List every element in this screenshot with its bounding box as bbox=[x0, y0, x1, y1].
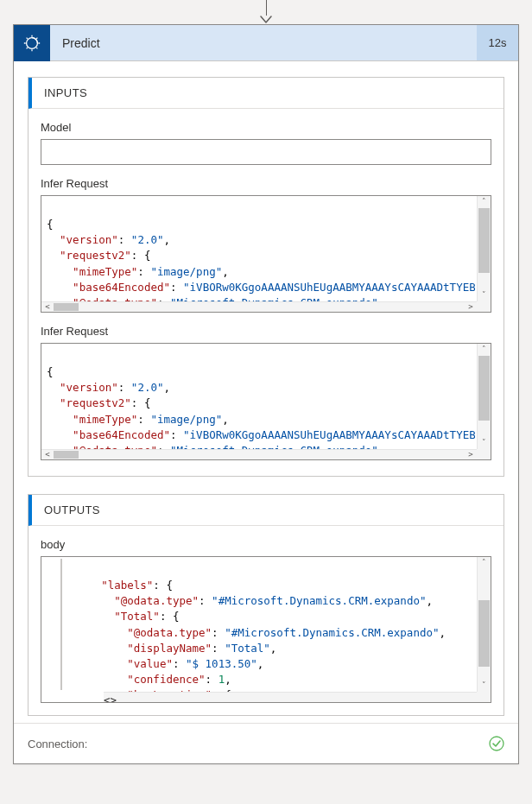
infer-request-code-1[interactable]: { "version": "2.0", "requestv2": { "mime… bbox=[41, 195, 491, 313]
infer-request-label-1: Infer Request bbox=[41, 177, 491, 190]
vertical-scrollbar[interactable]: ˄ ˅ bbox=[477, 344, 491, 449]
infer-request-label-2: Infer Request bbox=[41, 325, 491, 338]
flow-arrow-down bbox=[260, 0, 272, 24]
scroll-up-icon[interactable]: ˄ bbox=[478, 344, 491, 356]
model-field: Model bbox=[41, 121, 491, 165]
scroll-left-icon[interactable]: < bbox=[104, 693, 111, 702]
vertical-scrollbar[interactable]: ˄ ˅ bbox=[477, 196, 491, 301]
scroll-right-icon[interactable]: > bbox=[465, 302, 477, 312]
vertical-scrollbar[interactable]: ˄ ˅ bbox=[477, 557, 491, 692]
code-text: "labels" bbox=[62, 579, 153, 592]
code-text: { bbox=[47, 365, 54, 378]
outputs-section: OUTPUTS body "labels": { "@odata.type": … bbox=[28, 494, 504, 716]
model-label: Model bbox=[41, 121, 491, 134]
body-label: body bbox=[41, 538, 491, 551]
code-text: { bbox=[47, 218, 54, 231]
success-check-icon bbox=[489, 736, 504, 751]
scroll-left-icon[interactable]: < bbox=[41, 450, 54, 459]
card-body: INPUTS Model Infer Request { "version": … bbox=[14, 61, 518, 723]
arrow-line bbox=[266, 0, 267, 16]
inputs-header: INPUTS bbox=[28, 78, 504, 109]
scroll-right-icon[interactable]: > bbox=[465, 450, 477, 459]
predict-icon bbox=[14, 25, 50, 61]
scroll-down-icon[interactable]: ˅ bbox=[478, 289, 491, 301]
infer-request-field-1: Infer Request { "version": "2.0", "reque… bbox=[41, 177, 491, 313]
scroll-up-icon[interactable]: ˄ bbox=[478, 557, 491, 569]
scroll-up-icon[interactable]: ˄ bbox=[478, 196, 491, 208]
scroll-down-icon[interactable]: ˅ bbox=[478, 437, 491, 449]
scroll-right-icon[interactable]: > bbox=[111, 693, 117, 702]
svg-point-1 bbox=[490, 737, 504, 750]
model-input[interactable] bbox=[41, 139, 491, 165]
connection-label: Connection: bbox=[28, 738, 87, 750]
horizontal-scrollbar[interactable]: < > bbox=[104, 692, 477, 702]
infer-request-code-2[interactable]: { "version": "2.0", "requestv2": { "mime… bbox=[41, 343, 491, 460]
inputs-section: INPUTS Model Infer Request { "version": … bbox=[28, 77, 504, 477]
card-title: Predict bbox=[50, 25, 477, 60]
scroll-down-icon[interactable]: ˅ bbox=[478, 680, 491, 692]
card-header[interactable]: Predict 12s bbox=[14, 25, 518, 61]
horizontal-scrollbar[interactable]: < > bbox=[41, 301, 477, 312]
outputs-body: body "labels": { "@odata.type": "#Micros… bbox=[28, 526, 504, 715]
card-footer: Connection: bbox=[14, 723, 518, 763]
inputs-body: Model Infer Request { "version": "2.0", … bbox=[28, 109, 504, 476]
scroll-left-icon[interactable]: < bbox=[41, 302, 54, 312]
body-code[interactable]: "labels": { "@odata.type": "#Microsoft.D… bbox=[41, 556, 491, 703]
card-duration: 12s bbox=[477, 25, 518, 60]
predict-action-card[interactable]: Predict 12s INPUTS Model Infer Request {… bbox=[13, 24, 519, 764]
outputs-header: OUTPUTS bbox=[28, 495, 504, 526]
infer-request-field-2: Infer Request { "version": "2.0", "reque… bbox=[41, 325, 491, 460]
body-field: body "labels": { "@odata.type": "#Micros… bbox=[41, 538, 491, 703]
arrow-head-icon bbox=[260, 16, 272, 24]
json-guide-line bbox=[60, 559, 62, 690]
horizontal-scrollbar[interactable]: < > bbox=[41, 449, 477, 459]
